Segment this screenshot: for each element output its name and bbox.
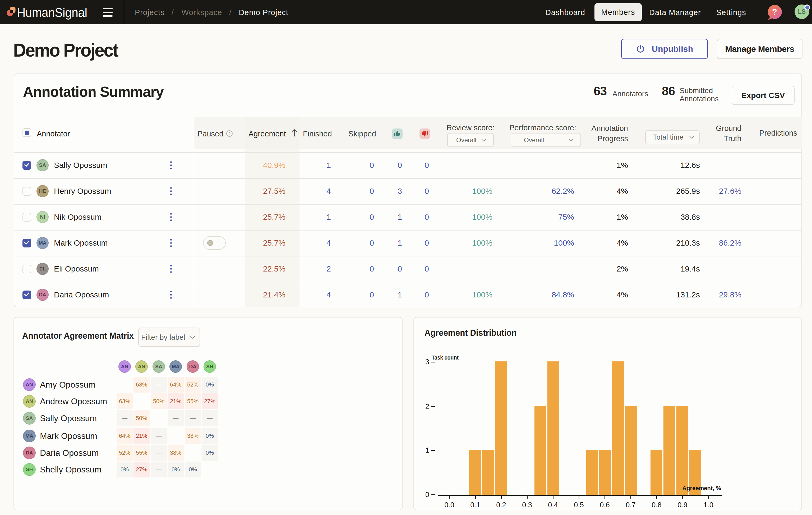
svg-text:?: ? [772,7,777,17]
